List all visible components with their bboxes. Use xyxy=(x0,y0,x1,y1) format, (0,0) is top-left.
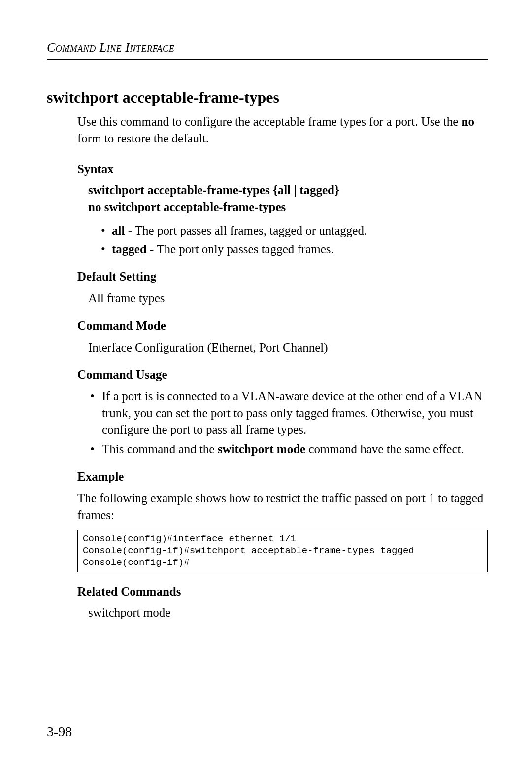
page-number: 3-98 xyxy=(47,724,72,739)
body: Use this command to configure the accept… xyxy=(77,113,488,621)
page: Command Line Interface switchport accept… xyxy=(0,0,532,774)
syntax-options: all - The port passes all frames, tagged… xyxy=(88,222,488,258)
intro-paragraph: Use this command to configure the accept… xyxy=(77,113,488,147)
syntax-option: tagged - The port only passes tagged fra… xyxy=(112,241,488,258)
usage-pre: This command and the xyxy=(102,442,218,456)
intro-bold: no xyxy=(462,115,474,128)
syntax-option: all - The port passes all frames, tagged… xyxy=(112,222,488,239)
running-head: Command Line Interface xyxy=(47,40,488,55)
syntax-lines: switchport acceptable-frame-types {all |… xyxy=(88,182,488,215)
intro-post: form to restore the default. xyxy=(77,132,209,145)
option-desc: - The port passes all frames, tagged or … xyxy=(125,224,367,237)
command-mode-label: Command Mode xyxy=(77,317,488,334)
syntax-label: Syntax xyxy=(77,161,488,177)
header-rule xyxy=(47,59,488,60)
example-code: Console(config)#interface ethernet 1/1 C… xyxy=(77,530,488,572)
command-mode-text: Interface Configuration (Ethernet, Port … xyxy=(88,339,488,356)
command-title: switchport acceptable-frame-types xyxy=(47,88,488,106)
option-term: all xyxy=(112,224,125,237)
usage-bold: switchport mode xyxy=(218,442,305,456)
command-usage-label: Command Usage xyxy=(77,366,488,383)
syntax-block: switchport acceptable-frame-types {all |… xyxy=(88,182,488,257)
default-setting-label: Default Setting xyxy=(77,268,488,285)
usage-item: This command and the switchport mode com… xyxy=(90,441,488,457)
related-commands-text: switchport mode xyxy=(88,604,488,621)
usage-post: command have the same effect. xyxy=(305,442,464,456)
syntax-line-1: switchport acceptable-frame-types {all |… xyxy=(88,182,488,199)
syntax-line-2: no switchport acceptable-frame-types xyxy=(88,199,488,215)
command-usage-list: If a port is is connected to a VLAN-awar… xyxy=(77,388,488,457)
intro-pre: Use this command to configure the accept… xyxy=(77,115,462,128)
option-term: tagged xyxy=(112,243,147,256)
option-desc: - The port only passes tagged frames. xyxy=(147,243,334,256)
default-setting-text: All frame types xyxy=(88,290,488,307)
usage-item: If a port is is connected to a VLAN-awar… xyxy=(90,388,488,438)
example-intro: The following example shows how to restr… xyxy=(77,490,488,524)
related-commands-label: Related Commands xyxy=(77,583,488,600)
example-label: Example xyxy=(77,468,488,485)
